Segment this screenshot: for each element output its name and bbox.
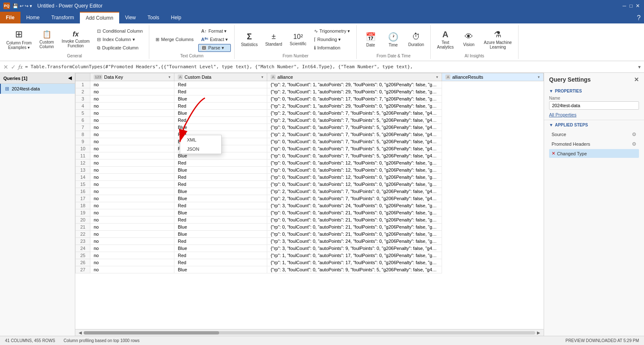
accept-icon[interactable]: ✓ [11, 64, 16, 70]
table-row[interactable]: 9noBlue{"rp": 0, "foulCount": 0, "autoPo… [76, 138, 544, 145]
tab-file[interactable]: File [0, 12, 20, 23]
tab-transform[interactable]: Transform [46, 12, 80, 23]
close-button[interactable]: ✕ [635, 3, 641, 9]
maximize-button[interactable]: □ [628, 3, 634, 9]
col-header-alliance[interactable]: A alliance ▾ [267, 73, 442, 81]
azure-ml-button[interactable]: ⚗ Azure MachineLearning [481, 28, 515, 51]
scroll-left-icon[interactable]: ◀ [75, 330, 82, 335]
table-cell: no [90, 252, 174, 259]
statistics-icon: Σ [247, 32, 252, 41]
table-row[interactable]: 16noBlue{"rp": 2, "foulCount": 0, "autoP… [76, 188, 544, 195]
horizontal-scrollbar[interactable]: ◀ ▶ [75, 329, 544, 336]
table-row[interactable]: 21noBlue{"rp": 0, "foulCount": 0, "autoP… [76, 224, 544, 231]
table-row[interactable]: 24noBlue{"rp": 3, "foulCount": 0, "autoP… [76, 245, 544, 252]
col-header-custom-data[interactable]: A Custom Data ▾ [174, 73, 267, 81]
table-row[interactable]: 20noRed{"rp": 0, "foulCount": 0, "autoPo… [76, 216, 544, 224]
table-row[interactable]: 15noRed{"rp": 0, "foulCount": 0, "autoPo… [76, 181, 544, 188]
vision-button[interactable]: 👁 Vision [458, 30, 479, 49]
minimize-button[interactable]: ─ [621, 3, 627, 9]
table-row[interactable]: 22noBlue{"rp": 0, "foulCount": 0, "autoP… [76, 231, 544, 238]
step-item-promoted-headers[interactable]: Promoted Headers⚙ [549, 139, 639, 149]
index-column-button[interactable]: ⊟ Index Column ▾ [94, 36, 146, 44]
table-row[interactable]: 12noRed{"rp": 0, "foulCount": 0, "autoPo… [76, 160, 544, 167]
statistics-button[interactable]: Σ Statistics [238, 30, 261, 49]
table-row[interactable]: 19noBlue{"rp": 0, "foulCount": 0, "autoP… [76, 209, 544, 216]
formula-text[interactable]: = Table.TransformColumnTypes(#"Promoted … [25, 64, 636, 70]
date-button[interactable]: 📅 Date [360, 30, 381, 49]
standard-button[interactable]: ± Standard [262, 31, 285, 48]
tab-help[interactable]: Help [165, 12, 187, 23]
reject-icon[interactable]: ✕ [3, 64, 8, 70]
table-cell: Blue [174, 209, 267, 216]
scientific-button[interactable]: 10² Scientific [287, 31, 309, 48]
col-header-alliance-results[interactable]: A allianceResults ▾ [442, 73, 544, 81]
all-properties-link[interactable]: All Properties [549, 112, 576, 117]
azure-ml-icon: ⚗ [494, 29, 501, 39]
step-gear-icon[interactable]: ⚙ [632, 131, 636, 137]
table-row[interactable]: 27noBlue{"rp": 3, "foulCount": 0, "autoP… [76, 266, 544, 273]
row-num-cell: 8 [76, 131, 90, 138]
column-from-examples-button[interactable]: ⊞ Column FromExamples ▾ [3, 27, 35, 51]
invoke-custom-function-button[interactable]: fx Invoke CustomFunction [59, 29, 93, 50]
query-item-2024test-data[interactable]: ⊞ 2024test-data [0, 84, 75, 94]
alliance-results-filter-icon[interactable]: ▾ [538, 75, 540, 79]
collapse-sidebar-icon[interactable]: ◀ [68, 75, 72, 81]
table-row[interactable]: 17noBlue{"rp": 2, "foulCount": 0, "autoP… [76, 195, 544, 202]
table-row[interactable]: 7noBlue{"rp": 0, "foulCount": 0, "autoPo… [76, 124, 544, 131]
tab-tools[interactable]: Tools [142, 12, 165, 23]
custom-column-button[interactable]: 📋 CustomColumn [36, 28, 57, 51]
table-row[interactable]: 4noRed{"rp": 2, "foulCount": 1, "autoPoi… [76, 103, 544, 110]
conditional-column-button[interactable]: ⊡ Conditional Column [94, 27, 146, 35]
scrollbar-track[interactable] [84, 331, 535, 335]
duplicate-column-button[interactable]: ⧉ Duplicate Column [94, 44, 146, 52]
table-row[interactable]: 2noRed{"rp": 2, "foulCount": 1, "autoPoi… [76, 88, 544, 95]
table-row[interactable]: 1noRed{"rp": 2, "foulCount": 1, "autoPoi… [76, 81, 544, 88]
tab-add-column[interactable]: Add Column [80, 12, 119, 23]
table-row[interactable]: 14noRed{"rp": 0, "foulCount": 0, "autoPo… [76, 174, 544, 181]
table-row[interactable]: 26noRed{"rp": 1, "foulCount": 0, "autoPo… [76, 259, 544, 266]
time-button[interactable]: 🕐 Time [383, 30, 404, 49]
table-row[interactable]: 3noBlue{"rp": 0, "foulCount": 0, "autoPo… [76, 95, 544, 103]
table-row[interactable]: 6noRed{"rp": 2, "foulCount": 0, "autoPoi… [76, 117, 544, 124]
table-row[interactable]: 8noRed{"rp": 2, "foulCount": 0, "autoPoi… [76, 131, 544, 138]
trigonometry-button[interactable]: ∿ Trigonometry ▾ [311, 27, 353, 35]
parse-button[interactable]: ⊟ Parse ▾ [198, 44, 231, 52]
dropdown-item-xml[interactable]: XML [180, 135, 221, 144]
information-button[interactable]: ℹ Information [311, 44, 353, 52]
step-gear-icon[interactable]: ⚙ [632, 141, 636, 147]
tab-home[interactable]: Home [20, 12, 46, 23]
dropdown-item-json[interactable]: JSON [180, 144, 221, 154]
standard-icon: ± [272, 32, 276, 41]
help-icon[interactable]: ? [634, 13, 644, 23]
applied-steps-expand-icon[interactable]: ▼ [549, 123, 553, 127]
scroll-right-icon[interactable]: ▶ [537, 330, 544, 335]
properties-expand-icon[interactable]: ▼ [549, 89, 553, 93]
alliance-filter-icon[interactable]: ▾ [436, 75, 438, 79]
parse-dropdown-menu[interactable]: XML JSON [180, 135, 222, 154]
table-row[interactable]: 11noBlue{"rp": 0, "foulCount": 0, "autoP… [76, 152, 544, 160]
close-settings-icon[interactable]: ✕ [634, 76, 639, 83]
custom-column-icon: 📋 [42, 30, 51, 39]
merge-columns-button[interactable]: ⊞ Merge Columns [153, 36, 197, 44]
duration-button[interactable]: ⏱ Duration [405, 30, 427, 49]
table-row[interactable]: 13noBlue{"rp": 0, "foulCount": 0, "autoP… [76, 167, 544, 174]
data-key-filter-icon[interactable]: ▾ [169, 75, 171, 79]
expand-formula-icon[interactable]: ▾ [638, 64, 641, 70]
data-grid[interactable]: 123 Data Key ▾ A Custom Data ▾ [75, 73, 544, 329]
table-row[interactable]: 18noRed{"rp": 3, "foulCount": 0, "autoPo… [76, 202, 544, 209]
table-row[interactable]: 25noRed{"rp": 1, "foulCount": 0, "autoPo… [76, 252, 544, 259]
rounding-button[interactable]: ⌈ Rounding ▾ [311, 36, 353, 44]
extract-button[interactable]: Aᴮᶜ Extract ▾ [198, 36, 231, 44]
format-button[interactable]: A↑ Format ▾ [198, 27, 231, 35]
col-header-data-key[interactable]: 123 Data Key ▾ [90, 73, 174, 81]
name-input[interactable] [549, 101, 639, 110]
custom-data-filter-icon[interactable]: ▾ [261, 75, 263, 79]
table-row[interactable]: 10noRed{"rp": 0, "foulCount": 0, "autoPo… [76, 145, 544, 152]
tab-view[interactable]: View [119, 12, 142, 23]
step-item-changed-type[interactable]: ✕Changed Type [549, 149, 639, 158]
table-row[interactable]: 5noBlue{"rp": 2, "foulCount": 0, "autoPo… [76, 110, 544, 117]
text-analytics-button[interactable]: A TextAnalytics [434, 28, 457, 51]
table-row[interactable]: 23noRed{"rp": 3, "foulCount": 0, "autoPo… [76, 238, 544, 245]
step-delete-icon[interactable]: ✕ [552, 151, 555, 156]
step-item-source[interactable]: Source⚙ [549, 130, 639, 139]
